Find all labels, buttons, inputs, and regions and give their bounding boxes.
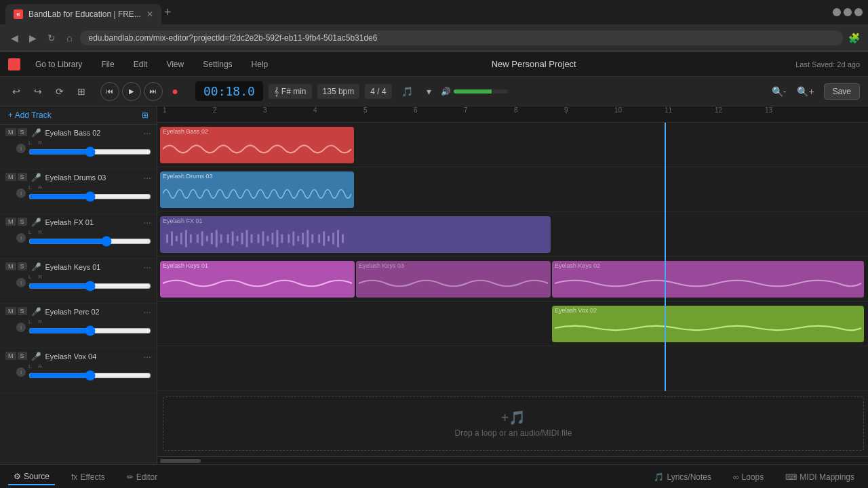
edit-menu[interactable]: Edit	[130, 57, 152, 72]
active-tab[interactable]: B BandLab for Education | FRE... ✕	[5, 4, 161, 24]
forward-button[interactable]: ▶	[26, 30, 39, 46]
tab-close-icon[interactable]: ✕	[146, 9, 153, 19]
bpm-display[interactable]: 135 bpm	[317, 84, 360, 99]
mute-button-keys01[interactable]: M	[5, 262, 16, 270]
clip-drums03[interactable]: Eyelash Drums 03	[160, 171, 354, 208]
lyrics-icon: 🎵	[654, 472, 664, 482]
pan-knob-drums03[interactable]: I	[16, 188, 26, 198]
metronome-button[interactable]: 🎵	[397, 83, 417, 100]
url-input[interactable]	[80, 30, 843, 45]
mute-button-vox04[interactable]: M	[5, 352, 16, 360]
tracks-scroll-area[interactable]: Eyelash Bass 02 Eyelash Drums 03	[157, 123, 868, 456]
clip-keys02[interactable]: Eyelash Keys 02	[552, 261, 864, 298]
track-row-drums03[interactable]: Eyelash Drums 03	[157, 167, 868, 212]
fast-forward-button[interactable]: ⏭	[144, 82, 163, 101]
track-more-perc02[interactable]: ···	[143, 306, 151, 317]
key-display[interactable]: 𝄞 F# min	[269, 84, 312, 99]
master-volume: 🔊	[441, 87, 508, 96]
scrollbar-thumb[interactable]	[160, 459, 201, 463]
track-more-bass02[interactable]: ···	[143, 127, 151, 138]
svg-rect-29	[311, 235, 313, 243]
drop-zone[interactable]: +🎵 Drop a loop or an audio/MIDI file	[163, 396, 864, 451]
minimize-button[interactable]	[833, 8, 841, 16]
mute-button-drums03[interactable]: M	[5, 173, 16, 181]
pan-knob-bass02[interactable]: I	[16, 144, 26, 153]
zoom-in-button[interactable]: 🔍+	[793, 83, 818, 100]
clip-keys01[interactable]: Eyelash Keys 01	[160, 261, 355, 298]
track-row-bass02[interactable]: Eyelash Bass 02	[157, 123, 868, 167]
midi-mappings-tab[interactable]: ⌨ MIDI Mappings	[780, 470, 860, 485]
clip-bass02[interactable]: Eyelash Bass 02	[160, 127, 354, 163]
track-row-vox04[interactable]	[157, 346, 868, 391]
volume-slider-drums03[interactable]	[28, 191, 151, 202]
editor-label: Editor	[136, 472, 157, 482]
help-menu[interactable]: Help	[248, 57, 273, 72]
new-tab-button[interactable]: +	[164, 5, 172, 20]
zoom-out-button[interactable]: 🔍-	[768, 83, 791, 100]
mute-button-perc02[interactable]: M	[5, 307, 16, 315]
lyrics-notes-label: Lyrics/Notes	[667, 472, 711, 482]
save-button[interactable]: Save	[824, 83, 860, 100]
mic-icon-perc02: 🎤	[31, 307, 41, 317]
solo-button-perc02[interactable]: S	[18, 307, 27, 315]
pan-knob-keys01[interactable]: I	[16, 278, 26, 287]
track-more-keys01[interactable]: ···	[143, 262, 151, 272]
lyrics-notes-tab[interactable]: 🎵 Lyrics/Notes	[648, 470, 717, 485]
settings-menu[interactable]: Settings	[199, 57, 236, 72]
close-button[interactable]	[854, 8, 863, 16]
track-more-fx01[interactable]: ···	[143, 217, 151, 228]
tempo-dropdown[interactable]: ▾	[422, 83, 435, 100]
solo-button-vox04[interactable]: S	[18, 352, 27, 360]
loops-tab[interactable]: ∞ Loops	[728, 470, 769, 485]
clip-keys03[interactable]: Eyelash Keys 03	[356, 261, 551, 298]
redo-button[interactable]: ↪	[30, 83, 46, 100]
home-button[interactable]: ⌂	[64, 30, 75, 46]
volume-slider-fx01[interactable]	[28, 236, 151, 247]
address-bar: ◀ ▶ ↻ ⌂ 🧩	[0, 24, 868, 52]
solo-button-keys01[interactable]: S	[18, 262, 27, 270]
view-menu[interactable]: View	[162, 57, 188, 72]
split-button[interactable]: ⊞	[73, 83, 90, 100]
pan-knob-perc02[interactable]: I	[16, 323, 26, 332]
editor-tab[interactable]: ✏ Editor	[121, 470, 163, 485]
file-menu[interactable]: File	[97, 57, 118, 72]
drop-zone-text: Drop a loop or an audio/MIDI file	[455, 428, 572, 438]
volume-slider[interactable]	[454, 89, 508, 94]
volume-slider-keys01[interactable]	[28, 281, 151, 291]
midi-icon: ⌨	[785, 472, 797, 482]
solo-button-fx01[interactable]: S	[18, 218, 27, 226]
pan-knob-fx01[interactable]: I	[16, 233, 26, 243]
record-button[interactable]: ●	[165, 82, 184, 101]
mute-button-fx01[interactable]: M	[5, 218, 16, 226]
rewind-button[interactable]: ⏮	[100, 82, 119, 101]
pan-knob-vox04[interactable]: I	[16, 367, 26, 377]
track-row-perc02[interactable]: Eyelash Vox 02	[157, 302, 868, 346]
solo-button-bass02[interactable]: S	[18, 128, 27, 136]
timeline-area: 1 2 3 4 5 6 7 8 9 10 11 12 13	[157, 106, 868, 464]
volume-slider-perc02[interactable]	[28, 325, 151, 336]
mute-button-bass02[interactable]: M	[5, 128, 16, 136]
solo-button-drums03[interactable]: S	[18, 173, 27, 181]
play-button[interactable]: ▶	[122, 82, 141, 101]
maximize-button[interactable]	[844, 8, 852, 16]
effects-tab[interactable]: fx Effects	[66, 470, 111, 485]
time-signature[interactable]: 4 / 4	[365, 84, 391, 99]
volume-slider-bass02[interactable]	[28, 146, 151, 157]
loop-button[interactable]: ⟳	[52, 83, 68, 100]
extensions-icon[interactable]: 🧩	[848, 33, 860, 43]
track-row-fx01[interactable]: Eyelash FX 01	[157, 212, 868, 257]
go-to-library-menu[interactable]: Go to Library	[31, 57, 86, 72]
source-tab[interactable]: ⚙ Source	[8, 469, 55, 485]
add-track-button[interactable]: + Add Track ⊞	[0, 106, 157, 125]
track-more-drums03[interactable]: ···	[143, 172, 151, 183]
refresh-button[interactable]: ↻	[45, 30, 58, 46]
track-more-vox04[interactable]: ···	[143, 351, 151, 362]
clip-fx01[interactable]: Eyelash FX 01	[160, 216, 551, 253]
track-row-keys01[interactable]: Eyelash Keys 01 Eyelash Keys 03	[157, 257, 868, 302]
clip-vox02[interactable]: Eyelash Vox 02	[552, 306, 864, 342]
back-button[interactable]: ◀	[8, 30, 21, 46]
undo-button[interactable]: ↩	[8, 83, 24, 100]
horizontal-scrollbar[interactable]	[157, 456, 868, 464]
volume-slider-vox04[interactable]	[28, 370, 151, 381]
lr-label-fx01: LR	[28, 229, 42, 235]
